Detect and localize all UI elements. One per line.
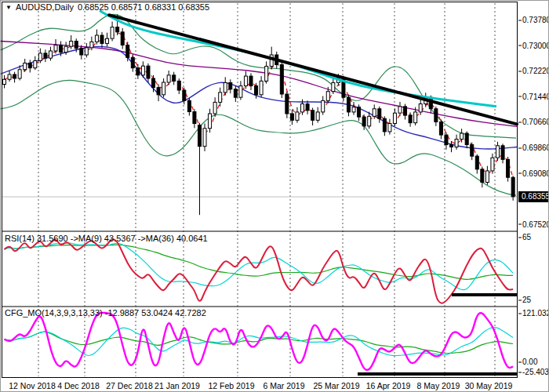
- candle-body: [80, 49, 83, 55]
- candle-body: [352, 107, 355, 112]
- candle-body: [244, 76, 247, 86]
- candle-body: [511, 177, 514, 197]
- candle-body: [419, 104, 422, 112]
- descending-trendline[interactable]: [109, 15, 517, 124]
- candle-body: [301, 104, 304, 112]
- date-label: 6 Mar 2019: [263, 381, 304, 390]
- candle-body: [255, 86, 258, 95]
- date-label: 21 Jan 2019: [155, 381, 200, 390]
- candle-body: [95, 35, 98, 42]
- bollinger-lower-band-line: [1, 80, 516, 195]
- candle-body: [249, 76, 253, 86]
- rsi-level-bar[interactable]: [452, 293, 517, 296]
- current-price-badge: 0.68355: [518, 191, 549, 202]
- cfg_mo-axis-label: 0.00: [522, 358, 537, 366]
- candle-body: [3, 79, 6, 84]
- date-label: 30 May 2019: [465, 381, 513, 390]
- symbol-dropdown-icon[interactable]: ▼: [5, 4, 12, 11]
- candle-body: [8, 74, 11, 79]
- price-axis-label: 0.69080: [522, 169, 549, 177]
- rsi-indicator-label: RSI(14) 31.5690 ->MA(9) 43.5367 ->MA(36)…: [5, 234, 208, 243]
- candle-body: [485, 171, 489, 183]
- chart-title: ▼ AUDUSD,Daily 0.68525 0.68571 0.68331 0…: [5, 2, 209, 12]
- candle-body: [173, 75, 176, 82]
- cfg_mo-main-line: [5, 313, 514, 370]
- candle-body: [388, 124, 391, 132]
- chart-canvas[interactable]: [1, 1, 518, 379]
- candle-body: [362, 117, 365, 126]
- candle-body: [219, 93, 222, 102]
- candle-body: [54, 45, 57, 52]
- candle-body: [44, 53, 47, 58]
- candle-body: [234, 89, 237, 97]
- axis-tick: [518, 147, 522, 148]
- candle-body: [501, 146, 504, 160]
- candle-body: [322, 100, 325, 112]
- candle-body: [60, 45, 63, 53]
- rsi-main-line: [5, 239, 514, 303]
- axis-tick: [518, 299, 522, 300]
- cfg_mo-level-bar[interactable]: [358, 372, 517, 376]
- candle-body: [49, 51, 52, 58]
- date-label: 25 Mar 2019: [314, 381, 360, 390]
- candle-body: [373, 109, 376, 117]
- candle-body: [157, 88, 160, 95]
- candle-body: [414, 112, 417, 123]
- candle-body: [358, 107, 361, 118]
- candle-body: [162, 82, 165, 95]
- candle-body: [121, 32, 124, 45]
- axis-tick: [518, 20, 522, 20]
- candle-body: [311, 111, 314, 121]
- axis-tick: [518, 122, 522, 122]
- candle-body: [455, 140, 458, 147]
- price-axis-label: 0.73000: [522, 41, 549, 49]
- candle-body: [136, 68, 140, 75]
- candle-body: [213, 102, 216, 114]
- axis-tick: [518, 372, 522, 372]
- date-label: 12 Feb 2019: [209, 381, 255, 390]
- price-axis-label: 0.73780: [522, 16, 549, 24]
- price-axis-label: 0.72220: [522, 67, 549, 75]
- candle-body: [465, 133, 468, 145]
- price-axis[interactable]: 0.737800.730000.722200.714400.706600.698…: [518, 1, 549, 379]
- candle-body: [85, 48, 88, 55]
- candle-body: [183, 90, 186, 100]
- candle-body: [393, 113, 396, 123]
- candle-body: [471, 145, 474, 157]
- candle-body: [306, 104, 309, 111]
- price-axis-label: 0.69860: [522, 143, 549, 152]
- candle-body: [491, 158, 494, 171]
- candle-body: [64, 46, 67, 53]
- axis-tick: [518, 45, 522, 46]
- symbol-timeframe-label: AUDUSD,Daily: [16, 2, 74, 12]
- axis-tick: [518, 313, 522, 314]
- candle-body: [13, 74, 16, 78]
- candle-body: [193, 112, 196, 124]
- cfg-indicator-label: CFG_MO(14,3,9,3,13,33) -12.9887 53.0424 …: [5, 308, 206, 318]
- candle-body: [265, 67, 268, 82]
- candle-body: [100, 35, 104, 43]
- price-axis-label: 0.71440: [522, 92, 549, 100]
- cfg_mo-axis-label: 121.032: [522, 309, 549, 318]
- price-axis-label: 0.67520: [522, 220, 549, 228]
- candle-body: [290, 114, 293, 120]
- candle-body: [147, 66, 150, 78]
- candle-body: [18, 70, 21, 78]
- candle-body: [24, 63, 27, 69]
- candle-body: [34, 61, 37, 68]
- candle-body: [224, 82, 227, 93]
- cfg_mo-axis-label: -25.4032: [522, 368, 549, 376]
- candle-body: [38, 53, 42, 61]
- axis-tick: [518, 173, 522, 174]
- candle-body: [177, 81, 180, 90]
- candle-body: [398, 107, 402, 113]
- date-axis[interactable]: 12 Nov 20184 Dec 201827 Dec 201821 Jan 2…: [1, 379, 549, 392]
- candle-body: [445, 135, 448, 145]
- candle-body: [409, 115, 412, 123]
- candle-body: [383, 118, 386, 132]
- candle-body: [70, 42, 73, 47]
- candle-body: [450, 145, 453, 147]
- axis-tick: [518, 237, 522, 238]
- axis-tick: [518, 361, 522, 362]
- candle-body: [28, 63, 31, 67]
